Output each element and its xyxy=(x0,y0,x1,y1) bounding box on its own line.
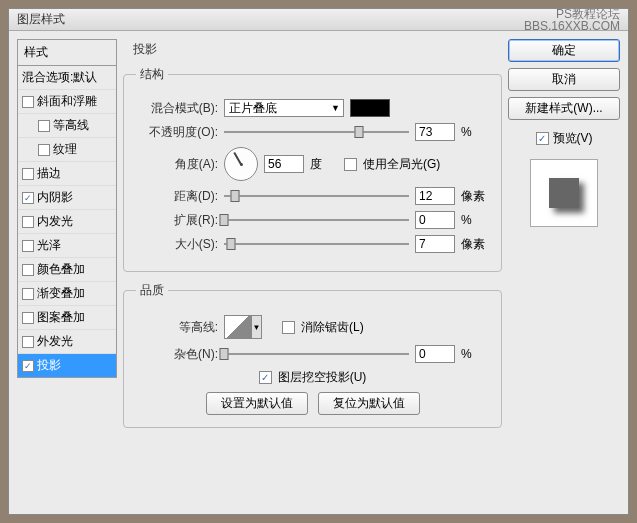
style-item-label: 渐变叠加 xyxy=(37,285,85,302)
style-checkbox[interactable] xyxy=(22,264,34,276)
make-default-button[interactable]: 设置为默认值 xyxy=(206,392,308,415)
distance-input[interactable]: 12 xyxy=(415,187,455,205)
preview-label: 预览(V) xyxy=(553,130,593,147)
window-title: 图层样式 xyxy=(17,11,65,28)
chevron-down-icon: ▼ xyxy=(331,103,340,113)
style-checkbox[interactable] xyxy=(22,240,34,252)
contour-label: 等高线: xyxy=(136,319,218,336)
angle-dial[interactable] xyxy=(224,147,258,181)
style-checkbox[interactable] xyxy=(22,168,34,180)
structure-fieldset: 结构 混合模式(B): 正片叠底 ▼ 不透明度(O): 73 % xyxy=(123,66,502,272)
settings-column: 投影 结构 混合模式(B): 正片叠底 ▼ 不透明度(O): 73 xyxy=(123,39,502,506)
style-item-label: 等高线 xyxy=(53,117,89,134)
spread-unit: % xyxy=(461,213,489,227)
shadow-color-swatch[interactable] xyxy=(350,99,390,117)
actions-column: 确定 取消 新建样式(W)... ✓ 预览(V) xyxy=(508,39,620,506)
global-light-label: 使用全局光(G) xyxy=(363,156,440,173)
style-checkbox[interactable] xyxy=(22,216,34,228)
style-item-12[interactable]: ✓投影 xyxy=(18,354,116,377)
style-item-9[interactable]: 渐变叠加 xyxy=(18,282,116,306)
blend-mode-select[interactable]: 正片叠底 ▼ xyxy=(224,99,344,117)
blend-mode-label: 混合模式(B): xyxy=(136,100,218,117)
style-checkbox[interactable] xyxy=(22,288,34,300)
spread-input[interactable]: 0 xyxy=(415,211,455,229)
style-item-2[interactable]: 等高线 xyxy=(18,114,116,138)
size-slider[interactable] xyxy=(224,236,409,252)
style-checkbox[interactable] xyxy=(38,144,50,156)
layer-style-dialog: 图层样式 PS教程论坛 BBS.16XXB.COM 样式 混合选项:默认斜面和浮… xyxy=(8,8,629,515)
watermark: PS教程论坛 BBS.16XXB.COM xyxy=(524,8,620,32)
distance-slider[interactable] xyxy=(224,188,409,204)
structure-legend: 结构 xyxy=(136,66,168,83)
distance-label: 距离(D): xyxy=(136,188,218,205)
preview-swatch xyxy=(549,178,579,208)
styles-header: 样式 xyxy=(17,39,117,66)
style-item-7[interactable]: 光泽 xyxy=(18,234,116,258)
reset-default-button[interactable]: 复位为默认值 xyxy=(318,392,420,415)
new-style-button[interactable]: 新建样式(W)... xyxy=(508,97,620,120)
style-item-10[interactable]: 图案叠加 xyxy=(18,306,116,330)
antialias-label: 消除锯齿(L) xyxy=(301,319,364,336)
contour-picker[interactable] xyxy=(224,315,252,339)
style-item-label: 图案叠加 xyxy=(37,309,85,326)
style-item-label: 光泽 xyxy=(37,237,61,254)
noise-label: 杂色(N): xyxy=(136,346,218,363)
opacity-input[interactable]: 73 xyxy=(415,123,455,141)
style-item-label: 颜色叠加 xyxy=(37,261,85,278)
style-item-label: 描边 xyxy=(37,165,61,182)
style-item-0[interactable]: 混合选项:默认 xyxy=(18,66,116,90)
style-item-label: 内发光 xyxy=(37,213,73,230)
spread-label: 扩展(R): xyxy=(136,212,218,229)
opacity-label: 不透明度(O): xyxy=(136,124,218,141)
preview-checkbox[interactable]: ✓ xyxy=(536,132,549,145)
style-checkbox[interactable]: ✓ xyxy=(22,192,34,204)
angle-input[interactable]: 56 xyxy=(264,155,304,173)
titlebar[interactable]: 图层样式 PS教程论坛 BBS.16XXB.COM xyxy=(9,9,628,31)
angle-label: 角度(A): xyxy=(136,156,218,173)
noise-input[interactable]: 0 xyxy=(415,345,455,363)
style-item-5[interactable]: ✓内阴影 xyxy=(18,186,116,210)
spread-slider[interactable] xyxy=(224,212,409,228)
styles-column: 样式 混合选项:默认斜面和浮雕等高线纹理描边✓内阴影内发光光泽颜色叠加渐变叠加图… xyxy=(17,39,117,506)
style-item-label: 内阴影 xyxy=(37,189,73,206)
style-item-3[interactable]: 纹理 xyxy=(18,138,116,162)
opacity-slider[interactable] xyxy=(224,124,409,140)
global-light-checkbox[interactable] xyxy=(344,158,357,171)
preview-box xyxy=(530,159,598,227)
panel-title: 投影 xyxy=(123,39,502,60)
opacity-unit: % xyxy=(461,125,489,139)
style-item-label: 混合选项:默认 xyxy=(22,69,97,86)
size-label: 大小(S): xyxy=(136,236,218,253)
contour-dropdown[interactable]: ▼ xyxy=(252,315,262,339)
style-item-label: 纹理 xyxy=(53,141,77,158)
styles-list: 混合选项:默认斜面和浮雕等高线纹理描边✓内阴影内发光光泽颜色叠加渐变叠加图案叠加… xyxy=(17,66,117,378)
cancel-button[interactable]: 取消 xyxy=(508,68,620,91)
quality-legend: 品质 xyxy=(136,282,168,299)
angle-unit: 度 xyxy=(310,156,338,173)
style-checkbox[interactable] xyxy=(22,96,34,108)
style-item-6[interactable]: 内发光 xyxy=(18,210,116,234)
style-checkbox[interactable] xyxy=(38,120,50,132)
knockout-label: 图层挖空投影(U) xyxy=(278,369,367,386)
knockout-checkbox[interactable]: ✓ xyxy=(259,371,272,384)
size-unit: 像素 xyxy=(461,236,489,253)
size-input[interactable]: 7 xyxy=(415,235,455,253)
quality-fieldset: 品质 等高线: ▼ 消除锯齿(L) 杂色(N): 0 xyxy=(123,282,502,428)
style-item-label: 斜面和浮雕 xyxy=(37,93,97,110)
style-item-label: 投影 xyxy=(37,357,61,374)
noise-slider[interactable] xyxy=(224,346,409,362)
style-item-11[interactable]: 外发光 xyxy=(18,330,116,354)
style-checkbox[interactable]: ✓ xyxy=(22,360,34,372)
distance-unit: 像素 xyxy=(461,188,489,205)
noise-unit: % xyxy=(461,347,489,361)
style-item-label: 外发光 xyxy=(37,333,73,350)
style-checkbox[interactable] xyxy=(22,312,34,324)
style-item-4[interactable]: 描边 xyxy=(18,162,116,186)
style-item-1[interactable]: 斜面和浮雕 xyxy=(18,90,116,114)
antialias-checkbox[interactable] xyxy=(282,321,295,334)
style-item-8[interactable]: 颜色叠加 xyxy=(18,258,116,282)
ok-button[interactable]: 确定 xyxy=(508,39,620,62)
style-checkbox[interactable] xyxy=(22,336,34,348)
